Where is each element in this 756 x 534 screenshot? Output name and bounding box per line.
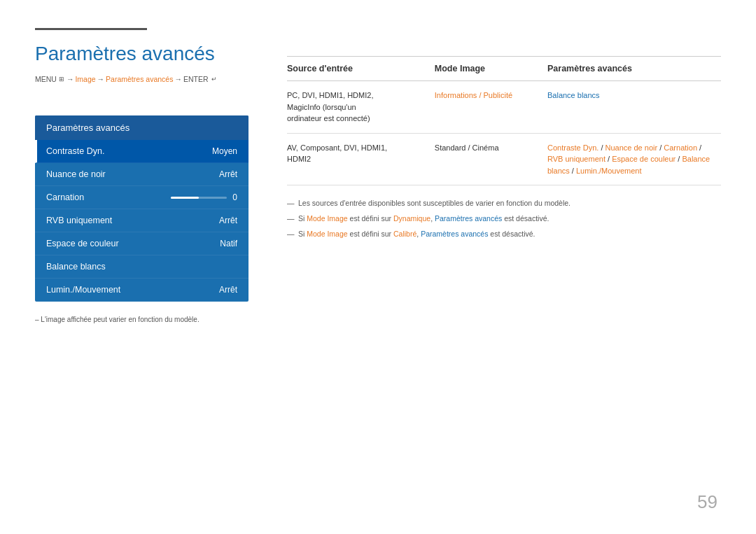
menu-box: Paramètres avancés Contraste Dyn. Moyen … [35,115,248,302]
row1-params: Balance blancs [547,81,721,134]
row1-source: PC, DVI, HDMI1, HDMI2,MagicInfo (lorsqu'… [287,81,435,134]
bc-enter-icon: ↵ [211,76,217,83]
menu-item-lumin-mouvement[interactable]: Lumin./Mouvement Arrêt [35,279,248,302]
carnation-slider-fill [171,197,199,199]
page-number: 59 [697,491,718,513]
menu-item-name-carnation: Carnation [46,192,84,202]
note-1: Les sources d'entrée disponibles sont su… [287,198,721,209]
bc-menu: MENU [35,75,57,83]
bc-image: Image [75,75,95,83]
menu-item-value-espace: Natif [220,239,237,248]
carnation-slider[interactable] [171,197,227,199]
menu-item-nuance-noir[interactable]: Nuance de noir Arrêt [35,163,248,186]
bc-enter: ENTER [183,75,209,83]
menu-item-value-carnation: 0 [232,192,237,202]
note-image-vary: – L'image affichée peut varier en foncti… [35,316,248,323]
col-header-source: Source d'entrée [287,57,435,81]
row1-mode: Informations / Publicité [435,81,547,134]
col-header-params: Paramètres avancés [547,57,721,81]
row2-params: Contraste Dyn. / Nuance de noir / Carnat… [547,133,721,185]
note-2: Si Mode Image est défini sur Dynamique, … [287,213,721,225]
menu-item-name-nuance: Nuance de noir [46,169,106,179]
top-rule [35,28,147,30]
menu-item-contraste-dyn[interactable]: Contraste Dyn. Moyen [35,140,248,163]
page-container: Paramètres avancés MENU ⊞ → Image → Para… [0,0,756,534]
menu-item-name-espace: Espace de couleur [46,239,119,248]
bc-params: Paramètres avancés [106,75,173,83]
info-table: Source d'entrée Mode Image Paramètres av… [287,57,721,185]
col-header-mode: Mode Image [435,57,547,81]
menu-item-rvb[interactable]: RVB uniquement Arrêt [35,209,248,232]
menu-item-value-lumin: Arrêt [219,285,237,295]
row2-mode: Standard / Cinéma [435,133,547,185]
left-menu-column: Paramètres avancés Contraste Dyn. Moyen … [35,115,248,323]
menu-item-balance-blancs[interactable]: Balance blancs [35,255,248,279]
bc-arrow1: → [66,75,74,83]
menu-item-value-rvb: Arrêt [219,216,237,225]
bc-arrow2: → [97,75,105,83]
bc-menu-icon: ⊞ [59,76,64,83]
row2-source: AV, Composant, DVI, HDMI1,HDMI2 [287,133,435,185]
menu-item-name-lumin: Lumin./Mouvement [46,285,120,295]
menu-title: Paramètres avancés [35,115,248,140]
menu-item-name-rvb: RVB uniquement [46,216,112,225]
menu-item-name-contraste: Contraste Dyn. [46,146,104,156]
menu-item-value-nuance: Arrêt [219,169,237,179]
note-3: Si Mode Image est défini sur Calibré, Pa… [287,229,721,240]
menu-item-espace-couleur[interactable]: Espace de couleur Natif [35,232,248,255]
menu-item-carnation[interactable]: Carnation 0 [35,186,248,209]
notes-section: Les sources d'entrée disponibles sont su… [287,198,721,239]
menu-item-value-contraste: Moyen [212,146,237,156]
right-table-column: Source d'entrée Mode Image Paramètres av… [287,56,721,244]
table-row-2: AV, Composant, DVI, HDMI1,HDMI2 Standard… [287,133,721,185]
menu-item-name-balance: Balance blancs [46,262,106,272]
bc-arrow3: → [174,75,182,83]
table-row-1: PC, DVI, HDMI1, HDMI2,MagicInfo (lorsqu'… [287,81,721,134]
